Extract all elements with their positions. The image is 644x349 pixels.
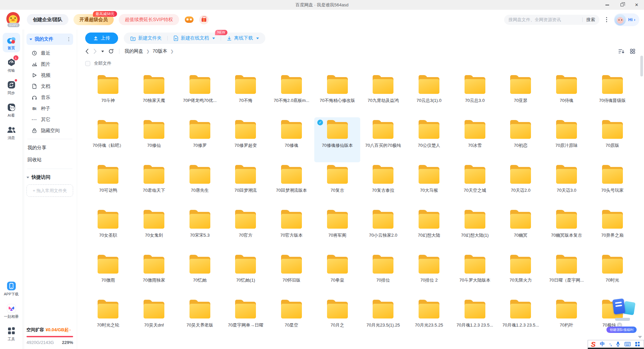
team-promo-badge[interactable]: 创建团队领福利 xyxy=(606,327,637,333)
folder-item[interactable]: 70复古泰拉 xyxy=(360,162,406,207)
folder-item[interactable]: 70君临天下 xyxy=(131,162,177,207)
folder-item[interactable]: 70官方 xyxy=(223,207,269,252)
folder-item[interactable]: 70月光23.5(1).25 xyxy=(360,297,406,342)
folder-item[interactable]: 70回梦潮流版本 xyxy=(269,162,315,207)
folder-item[interactable]: 70小云独家2.0 xyxy=(360,207,406,252)
scrollbar-down-arrow[interactable] xyxy=(638,336,642,338)
folder-item[interactable]: 70不悔精心修改版 xyxy=(314,72,360,117)
folder-item[interactable]: 70P佬龙鸣70优... xyxy=(177,72,223,117)
ime-keyboard-button[interactable] xyxy=(625,342,631,346)
folder-item[interactable]: 70拳皇 xyxy=(314,252,360,297)
rail-item-消息[interactable]: 消息 xyxy=(3,123,20,142)
gift-button[interactable] xyxy=(199,15,209,25)
history-dropdown-button[interactable] xyxy=(101,51,104,52)
folder-item[interactable]: 创建团队领福利70极纯✕ xyxy=(589,297,635,342)
folder-item[interactable]: 70修罗 xyxy=(177,117,223,162)
folder-item[interactable]: 70大马猴 xyxy=(406,162,452,207)
breadcrumb-current[interactable]: 70版本 xyxy=(153,48,167,54)
sidebar-item-最近[interactable]: 最近 xyxy=(26,48,73,59)
restore-button[interactable] xyxy=(614,0,629,10)
folder-item[interactable]: 70天迈2.0 xyxy=(498,162,544,207)
sidebar-item-my-shares[interactable]: 我的分享 xyxy=(26,142,73,154)
folder-item[interactable]: 70复古 xyxy=(314,162,360,207)
folder-item[interactable]: 70女鬼剑 xyxy=(131,207,177,252)
folder-item[interactable]: 70昊天dnf xyxy=(131,297,177,342)
folder-item[interactable]: 70怀旧版 xyxy=(269,252,315,297)
sogou-logo-icon[interactable]: S xyxy=(591,341,595,348)
folder-item[interactable]: 70将军阁 xyxy=(314,207,360,252)
folder-item[interactable]: 70排位 xyxy=(360,252,406,297)
sidebar-item-图片[interactable]: 图片 xyxy=(26,59,73,70)
selected-check-icon[interactable]: ✓ xyxy=(317,120,323,125)
folder-item[interactable]: 70月魂1.2.3 23.5... xyxy=(452,297,498,342)
folder-item[interactable]: 70不悔 xyxy=(223,72,269,117)
rail-item-一刻相册[interactable]: 一刻相册 xyxy=(3,301,20,321)
folder-item[interactable]: 70月光23.5.25 xyxy=(406,297,452,342)
folder-item[interactable]: 70斗罗大陆版本 xyxy=(452,252,498,297)
folder-item[interactable]: 70修仙 xyxy=(131,117,177,162)
ime-toolbox-button[interactable] xyxy=(635,342,640,347)
sidebar-item-文档[interactable]: 文档 xyxy=(26,81,73,92)
refresh-button[interactable] xyxy=(108,49,114,54)
folder-item[interactable]: 70昊天养老版 xyxy=(177,297,223,342)
back-button[interactable] xyxy=(85,49,89,54)
sidebar-item-recycle-bin[interactable]: 回收站 xyxy=(26,154,73,166)
folder-item[interactable]: 70原汁原味 xyxy=(544,117,590,162)
folder-item[interactable]: 70冰雪 xyxy=(452,117,498,162)
rail-item-同步[interactable]: 同步 xyxy=(3,78,20,97)
folder-item[interactable]: 70官方版本 xyxy=(269,207,315,252)
select-all-checkbox[interactable] xyxy=(85,61,90,66)
folder-item[interactable]: 70天迈3.0 xyxy=(544,162,590,207)
ime-punctuation-toggle[interactable]: ·, xyxy=(609,341,611,347)
folder-item[interactable]: 70斗神 xyxy=(85,72,131,117)
rail-item-传输[interactable]: 传输1 xyxy=(3,55,20,75)
renew-svip-button[interactable]: 超值续费延长SVIP特权 xyxy=(119,14,179,25)
folder-item[interactable]: 70不悔2.0底板m... xyxy=(269,72,315,117)
folder-item[interactable]: 70云总3(1).0 xyxy=(406,72,452,117)
game-center-button[interactable] xyxy=(184,15,194,25)
rail-item-APP下载[interactable]: APP下载 xyxy=(3,279,20,298)
sidebar-item-隐藏空间[interactable]: 隐藏空间 xyxy=(26,125,73,136)
folder-item[interactable]: 70排位 2 xyxy=(406,252,452,297)
folder-item[interactable]: 70忆她 xyxy=(177,252,223,297)
app-logo[interactable]: SVIP2 xyxy=(6,12,21,27)
folder-item[interactable]: 70微雨独家 xyxy=(131,252,177,297)
folder-item[interactable]: ✓70修魂修仙版本 xyxy=(314,117,360,162)
folder-item[interactable]: 70原版 xyxy=(589,117,635,162)
scrollbar-thumb[interactable] xyxy=(640,56,643,76)
sidebar-item-音乐[interactable]: 音乐 xyxy=(26,92,73,103)
sidebar-item-视频[interactable]: 视频 xyxy=(26,70,73,81)
folder-item[interactable]: 70时光之轮 xyxy=(85,297,131,342)
folder-item[interactable]: 70九霄劫及益鸿 xyxy=(360,72,406,117)
sidebar-item-my-files[interactable]: 我的文件 xyxy=(26,34,73,45)
folder-item[interactable]: 70幻想大陆(1) xyxy=(452,207,498,252)
folder-item[interactable]: 70时光 xyxy=(589,252,635,297)
folder-item[interactable]: 70幽冥版本复古 xyxy=(544,207,590,252)
open-svip-button[interactable]: 开通超级会员 最高减58元 xyxy=(73,14,114,25)
folder-item[interactable]: 70异界之巅 xyxy=(589,207,635,252)
folder-item[interactable]: 70修魂 xyxy=(269,117,315,162)
folder-item[interactable]: 70星空 xyxy=(269,297,315,342)
folder-item[interactable]: 70星宇网单→日曜 xyxy=(223,297,269,342)
search-input[interactable] xyxy=(508,17,580,22)
folder-item[interactable]: 70月之 xyxy=(314,297,360,342)
ime-mic-button[interactable] xyxy=(616,341,620,347)
quick-access-header[interactable]: 快捷访问 xyxy=(26,174,73,180)
create-team-button[interactable]: 创建企业/团队 xyxy=(27,14,68,25)
folder-item[interactable]: 70微雨 xyxy=(85,252,131,297)
new-folder-button[interactable]: 新建文件夹 xyxy=(130,35,162,41)
folder-item[interactable]: 70侍魂（贴吧） xyxy=(85,117,131,162)
folder-item[interactable]: 70公仪楚人 xyxy=(406,117,452,162)
breadcrumb-root[interactable]: 我的网盘 xyxy=(124,48,143,54)
folder-item[interactable]: 70幻想大陆 xyxy=(406,207,452,252)
rail-item-工具[interactable]: 工具 xyxy=(3,324,20,343)
folder-item[interactable]: 70唐先生 xyxy=(177,162,223,207)
folder-item[interactable]: 70忆她(1) xyxy=(223,252,269,297)
search-button[interactable]: 搜索 xyxy=(586,17,595,23)
drop-folder-hint[interactable]: + 拖入常用文件夹 xyxy=(26,184,73,197)
folder-item[interactable]: 70八百买的70极纯 xyxy=(360,117,406,162)
offline-download-button[interactable]: 离线下载 xyxy=(227,35,259,41)
forward-button[interactable] xyxy=(93,49,97,54)
folder-item[interactable]: 70独家天魔 xyxy=(131,72,177,117)
rail-item-AI看[interactable]: AI看 xyxy=(3,100,20,120)
